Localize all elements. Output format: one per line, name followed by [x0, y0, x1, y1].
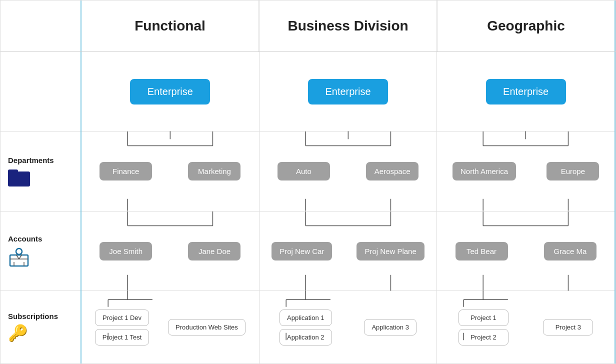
functional-column: Enterprise	[82, 52, 260, 364]
business-acct-projnewcar: Proj New Car	[272, 242, 332, 260]
business-dept-auto: Auto	[278, 162, 330, 180]
header-label-spacer	[0, 0, 80, 52]
svg-point-4	[16, 248, 22, 254]
geographic-enterprise-node: Enterprise	[486, 79, 566, 104]
functional-dept-finance: Finance	[100, 162, 152, 180]
business-sub-app1: Application 1	[280, 310, 332, 326]
geographic-enterprise-row: Enterprise	[437, 52, 614, 132]
label-enterprise	[0, 52, 80, 132]
geographic-acct-gracema: Grace Ma	[544, 242, 596, 260]
functional-subscriptions-row: Project 1 Dev Project 1 Test Production …	[82, 291, 259, 364]
geographic-acct-tedbear: Ted Bear	[456, 242, 508, 260]
business-acct-projnewplane: Proj New Plane	[356, 242, 424, 260]
key-icon: 🔑	[8, 324, 28, 342]
header-business-title: Business Division	[288, 18, 408, 34]
label-subscriptions: Subscriptions 🔑	[0, 291, 80, 364]
header-geographic-title: Geographic	[487, 18, 565, 34]
svg-rect-2	[10, 255, 28, 266]
geographic-sub-proj2: Project 2	[458, 329, 508, 346]
accounts-icon	[8, 246, 30, 268]
header-functional: Functional	[80, 0, 259, 52]
functional-departments-row: Finance Marketing	[82, 132, 259, 211]
functional-sub-prodweb: Production Web Sites	[168, 319, 246, 336]
header-functional-title: Functional	[134, 18, 206, 34]
geographic-accounts-row: Ted Bear Grace Ma	[437, 212, 614, 291]
geographic-dept-europe: Europe	[546, 162, 599, 180]
business-column: Enterprise	[260, 52, 438, 364]
geographic-sub-proj1: Project 1	[458, 310, 508, 326]
functional-sub-proj1test: Project 1 Test	[95, 329, 150, 346]
business-enterprise-row: Enterprise	[260, 52, 437, 132]
functional-acct-joesmith: Joe Smith	[100, 242, 152, 260]
header-geographic: Geographic	[437, 0, 616, 52]
subscriptions-label-text: Subscriptions	[8, 312, 58, 320]
labels-column: Departments Accounts	[0, 52, 80, 364]
business-departments-row: Auto Aerospace	[260, 132, 437, 211]
functional-accounts-row: Joe Smith Jane Doe	[82, 212, 259, 291]
geographic-subscriptions-row: Project 1 Project 2 Project 3	[437, 291, 614, 364]
header-business: Business Division	[259, 0, 437, 52]
functional-acct-janedoe: Jane Doe	[188, 242, 240, 260]
business-accounts-row: Proj New Car Proj New Plane	[260, 212, 437, 291]
label-departments: Departments	[0, 132, 80, 211]
accounts-label-text: Accounts	[8, 234, 42, 243]
header-row: Functional Business Division Geographic	[0, 0, 616, 52]
geographic-departments-row: North America Europe	[437, 132, 614, 211]
business-sub-app3: Application 3	[364, 319, 416, 336]
functional-dept-marketing: Marketing	[188, 162, 240, 180]
business-dept-aerospace: Aerospace	[366, 162, 418, 180]
geographic-column: Enterprise	[437, 52, 614, 364]
folder-icon	[8, 168, 30, 186]
business-sub-app2: Application 2	[280, 329, 332, 346]
functional-enterprise-row: Enterprise	[82, 52, 259, 132]
label-accounts: Accounts	[0, 212, 80, 291]
svg-rect-1	[8, 170, 18, 174]
geographic-dept-northamerica: North America	[452, 162, 516, 180]
functional-sub-proj1dev: Project 1 Dev	[95, 310, 149, 326]
functional-enterprise-node: Enterprise	[130, 79, 210, 104]
business-subscriptions-row: Application 1 Application 2 Application …	[260, 291, 437, 364]
geographic-sub-proj3: Project 3	[543, 319, 593, 336]
business-enterprise-node: Enterprise	[308, 79, 388, 104]
departments-label-text: Departments	[8, 156, 54, 164]
